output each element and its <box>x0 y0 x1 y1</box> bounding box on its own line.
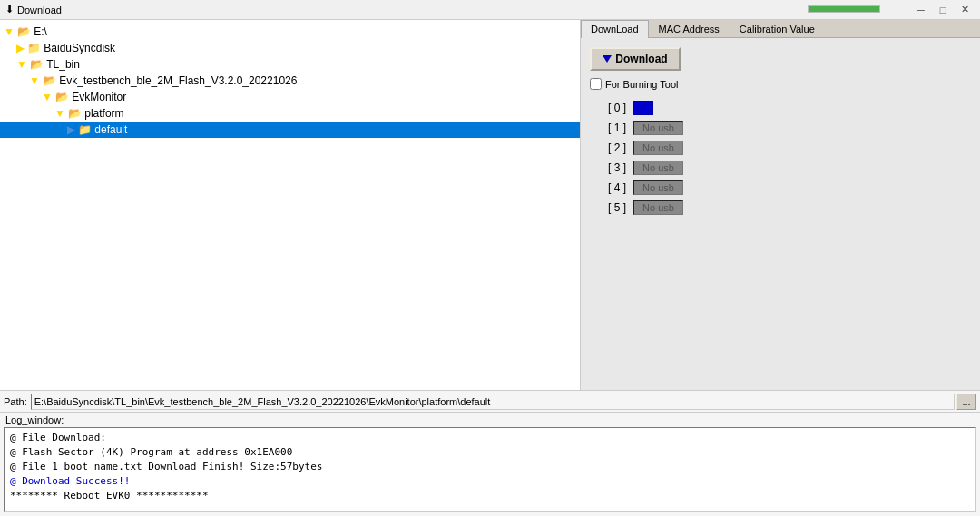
device-index-label: [ 3 ] <box>590 161 626 174</box>
tree-item-label: Evk_testbench_ble_2M_Flash_V3.2.0_202210… <box>59 74 297 87</box>
download-button[interactable]: Download <box>590 47 681 71</box>
device-row-3: [ 3 ]No usb <box>590 161 971 175</box>
path-bar: Path: ... <box>0 390 980 412</box>
device-row-2: [ 2 ]No usb <box>590 141 971 155</box>
main-area: ▼ 📂E:\▶ 📁BaiduSyncdisk▼ 📂TL_bin▼ 📂Evk_te… <box>0 20 980 390</box>
minimize-button[interactable]: ─ <box>911 2 931 18</box>
folder-icon: ▶ 📁 <box>67 123 92 136</box>
download-button-label: Download <box>615 53 667 65</box>
right-panel: DownLoadMAC AddressCalibration Value Dow… <box>581 20 980 390</box>
title-bar: ⬇ Download ─ □ ✕ <box>0 0 980 20</box>
tree-item-e-drive[interactable]: ▼ 📂E:\ <box>0 24 580 40</box>
tab-mac-address[interactable]: MAC Address <box>649 20 730 37</box>
title-progress-fill <box>808 6 879 12</box>
close-button[interactable]: ✕ <box>955 2 975 18</box>
folder-icon: ▼ 📂 <box>54 107 82 120</box>
title-bar-text: Download <box>17 5 911 15</box>
right-content: Download For Burning Tool [ 0 ] [ 1 ]No … <box>581 38 980 390</box>
device-index-label: [ 1 ] <box>590 122 626 134</box>
tree-item-evk-testbench[interactable]: ▼ 📂Evk_testbench_ble_2M_Flash_V3.2.0_202… <box>0 73 580 89</box>
folder-icon: ▼ 📂 <box>4 25 31 38</box>
tab-download[interactable]: DownLoad <box>581 20 649 38</box>
tree-item-label: EvkMonitor <box>72 91 126 103</box>
burning-tool-checkbox[interactable] <box>590 78 602 90</box>
log-line: @ Flash Sector (4K) Program at address 0… <box>10 445 970 460</box>
tree-item-label: TL_bin <box>46 58 80 71</box>
folder-icon: ▼ 📂 <box>29 74 56 87</box>
device-status-1: No usb <box>633 121 683 135</box>
left-panel: ▼ 📂E:\▶ 📁BaiduSyncdisk▼ 📂TL_bin▼ 📂Evk_te… <box>0 20 581 390</box>
tree-item-default[interactable]: ▶ 📁default <box>0 122 580 138</box>
device-status-4: No usb <box>633 180 683 195</box>
device-index-label: [ 4 ] <box>590 181 626 194</box>
app-icon: ⬇ <box>5 4 14 15</box>
device-status-0 <box>633 101 653 115</box>
device-index-label: [ 5 ] <box>590 201 626 214</box>
log-window-label: Log_window: <box>0 413 980 427</box>
burning-tool-label: For Burning Tool <box>605 79 679 90</box>
folder-icon: ▶ 📁 <box>16 42 41 54</box>
log-line: @ Download Success!! <box>10 474 970 489</box>
device-row-5: [ 5 ]No usb <box>590 200 971 215</box>
device-rows: [ 0 ] [ 1 ]No usb[ 2 ]No usb[ 3 ]No usb[… <box>590 101 971 220</box>
file-tree[interactable]: ▼ 📂E:\▶ 📁BaiduSyncdisk▼ 📂TL_bin▼ 📂Evk_te… <box>0 20 580 390</box>
log-line: ******** Reboot EVK0 ************ <box>10 489 970 503</box>
right-tabs: DownLoadMAC AddressCalibration Value <box>581 20 980 38</box>
path-browse-button[interactable]: ... <box>956 394 976 410</box>
device-status-5: No usb <box>633 200 683 215</box>
device-index-label: [ 2 ] <box>590 141 626 154</box>
tree-item-label: BaiduSyncdisk <box>44 42 115 54</box>
device-row-4: [ 4 ]No usb <box>590 180 971 195</box>
title-progress-bar <box>808 5 880 13</box>
device-row-0: [ 0 ] <box>590 101 971 115</box>
burning-tool-row: For Burning Tool <box>590 78 971 90</box>
device-row-1: [ 1 ]No usb <box>590 121 971 135</box>
folder-icon: ▼ 📂 <box>42 91 69 103</box>
path-input[interactable] <box>31 394 955 410</box>
tree-item-tl-bin[interactable]: ▼ 📂TL_bin <box>0 56 580 73</box>
folder-icon: ▼ 📂 <box>16 58 44 71</box>
title-bar-controls: ─ □ ✕ <box>911 2 975 18</box>
tree-item-baidusyncdisk[interactable]: ▶ 📁BaiduSyncdisk <box>0 40 580 56</box>
tree-item-evkmonitor[interactable]: ▼ 📂EvkMonitor <box>0 89 580 105</box>
log-content[interactable]: @ File Download:@ Flash Sector (4K) Prog… <box>4 427 976 512</box>
tab-calibration[interactable]: Calibration Value <box>730 20 825 37</box>
tree-item-label: E:\ <box>34 25 47 38</box>
device-status-3: No usb <box>633 161 683 175</box>
tree-item-label: default <box>94 123 127 136</box>
device-status-2: No usb <box>633 141 683 155</box>
path-label: Path: <box>4 396 27 407</box>
log-section: Log_window: @ File Download:@ Flash Sect… <box>0 412 980 516</box>
tree-item-platform[interactable]: ▼ 📂platform <box>0 105 580 122</box>
device-index-label: [ 0 ] <box>590 102 626 114</box>
download-arrow-icon <box>603 55 612 63</box>
log-line: @ File 1_boot_name.txt Download Finish! … <box>10 460 970 474</box>
maximize-button[interactable]: □ <box>933 2 953 18</box>
tree-item-label: platform <box>84 107 123 120</box>
log-line: @ File Download: <box>10 431 970 445</box>
